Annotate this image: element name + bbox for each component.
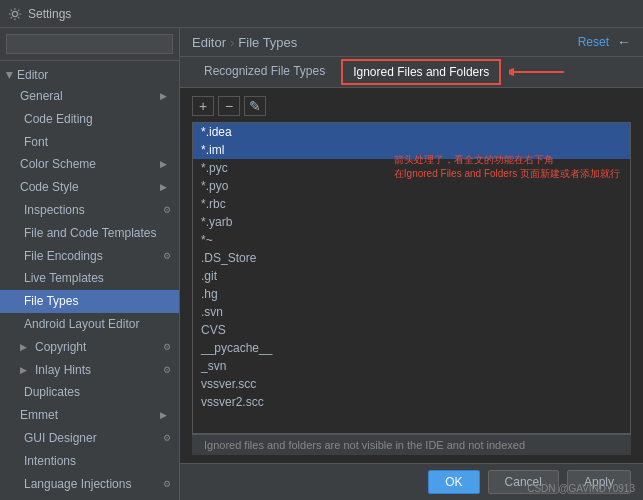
sidebar-item-gui-designer[interactable]: GUI Designer ⚙ <box>0 427 179 450</box>
colorscheme-arrow: ▶ <box>160 158 167 171</box>
svg-point-0 <box>12 11 17 16</box>
tabs-bar: Recognized File Types Ignored Files and … <box>180 57 643 88</box>
sidebar-item-natural-languages[interactable]: Natural Languages ▶ <box>0 495 179 500</box>
edit-button[interactable]: ✎ <box>244 96 266 116</box>
sidebar-item-label: Live Templates <box>24 270 104 287</box>
header-actions: Reset ← <box>578 34 631 50</box>
sidebar-item-copyright[interactable]: ▶ Copyright ⚙ <box>0 336 179 359</box>
sidebar-item-label: Inlay Hints <box>35 362 91 379</box>
title-bar: Settings <box>0 0 643 28</box>
ok-button[interactable]: OK <box>428 470 479 494</box>
back-button[interactable]: ← <box>617 34 631 50</box>
breadcrumb-separator: › <box>230 35 234 50</box>
list-toolbar: + − ✎ <box>192 96 631 116</box>
inspections-icon: ⚙ <box>163 204 171 217</box>
file-item[interactable]: *~ <box>193 231 630 249</box>
gui-icon: ⚙ <box>163 432 171 445</box>
sidebar: ▶ Editor General ▶ Code Editing Font Col… <box>0 28 180 500</box>
sidebar-item-font[interactable]: Font <box>0 131 179 154</box>
sidebar-item-label: Emmet <box>20 407 58 424</box>
sidebar-item-android-layout[interactable]: Android Layout Editor <box>0 313 179 336</box>
cancel-button[interactable]: Cancel <box>488 470 559 494</box>
status-bar: Ignored files and folders are not visibl… <box>192 434 631 455</box>
sidebar-item-intentions[interactable]: Intentions <box>0 450 179 473</box>
sidebar-item-color-scheme[interactable]: Color Scheme ▶ <box>0 153 179 176</box>
sidebar-item-label: Font <box>24 134 48 151</box>
langinjections-icon: ⚙ <box>163 478 171 491</box>
sidebar-item-general[interactable]: General ▶ <box>0 85 179 108</box>
sidebar-item-label: General <box>20 88 63 105</box>
sidebar-item-file-encodings[interactable]: File Encodings ⚙ <box>0 245 179 268</box>
search-box[interactable] <box>0 28 179 61</box>
sidebar-item-label: Duplicates <box>24 384 80 401</box>
inlayhints-arrow: ▶ <box>20 364 27 377</box>
inlayhints-icon: ⚙ <box>163 364 171 377</box>
breadcrumb: Editor › File Types <box>192 35 297 50</box>
encodings-icon: ⚙ <box>163 250 171 263</box>
copyright-icon: ⚙ <box>163 341 171 354</box>
status-text: Ignored files and folders are not visibl… <box>204 439 525 451</box>
sidebar-item-label: GUI Designer <box>24 430 97 447</box>
file-item[interactable]: .DS_Store <box>193 249 630 267</box>
general-arrow: ▶ <box>160 90 167 103</box>
sidebar-item-language-injections[interactable]: Language Injections ⚙ <box>0 473 179 496</box>
file-item[interactable]: _svn <box>193 357 630 375</box>
content-header: Editor › File Types Reset ← <box>180 28 643 57</box>
editor-arrow: ▶ <box>5 72 15 79</box>
tab-recognized[interactable]: Recognized File Types <box>192 58 337 86</box>
sidebar-item-file-types[interactable]: File Types <box>0 290 179 313</box>
sidebar-item-code-editing[interactable]: Code Editing <box>0 108 179 131</box>
sidebar-items: ▶ Editor General ▶ Code Editing Font Col… <box>0 61 179 500</box>
file-item[interactable]: .git <box>193 267 630 285</box>
sidebar-item-label: Color Scheme <box>20 156 96 173</box>
remove-button[interactable]: − <box>218 96 240 116</box>
sidebar-item-label: Android Layout Editor <box>24 316 139 333</box>
apply-button[interactable]: Apply <box>567 470 631 494</box>
sidebar-item-inspections[interactable]: Inspections ⚙ <box>0 199 179 222</box>
file-item[interactable]: vssver.scc <box>193 375 630 393</box>
sidebar-group-label: Editor <box>17 68 48 82</box>
search-input[interactable] <box>6 34 173 54</box>
file-item[interactable]: CVS <box>193 321 630 339</box>
file-item[interactable]: __pycache__ <box>193 339 630 357</box>
sidebar-item-label: Inspections <box>24 202 85 219</box>
file-list-container[interactable]: *.idea *.iml *.pyc *.pyo *.rbc *.yarb *~… <box>192 122 631 434</box>
file-item[interactable]: *.rbc <box>193 195 630 213</box>
sidebar-group-editor[interactable]: ▶ Editor <box>0 65 179 85</box>
tab-ignored[interactable]: Ignored Files and Folders <box>341 59 501 85</box>
add-button[interactable]: + <box>192 96 214 116</box>
emmet-arrow: ▶ <box>160 409 167 422</box>
reset-button[interactable]: Reset <box>578 35 609 49</box>
red-arrow-svg <box>509 57 569 87</box>
file-item[interactable]: *.idea <box>193 123 630 141</box>
sidebar-item-duplicates[interactable]: Duplicates <box>0 381 179 404</box>
sidebar-item-inlay-hints[interactable]: ▶ Inlay Hints ⚙ <box>0 359 179 382</box>
file-item[interactable]: .hg <box>193 285 630 303</box>
sidebar-item-code-style[interactable]: Code Style ▶ <box>0 176 179 199</box>
sidebar-item-label: Code Style <box>20 179 79 196</box>
codestyle-arrow: ▶ <box>160 181 167 194</box>
file-item[interactable]: *.pyo <box>193 177 630 195</box>
sidebar-item-label: Language Injections <box>24 476 131 493</box>
sidebar-item-label: File Types <box>24 293 78 310</box>
sidebar-item-label: Code Editing <box>24 111 93 128</box>
file-item[interactable]: vssver2.scc <box>193 393 630 411</box>
sidebar-item-emmet[interactable]: Emmet ▶ <box>0 404 179 427</box>
settings-icon <box>8 7 22 21</box>
content-area: Editor › File Types Reset ← Recognized F… <box>180 28 643 500</box>
file-item[interactable]: .svn <box>193 303 630 321</box>
sidebar-item-file-code-templates[interactable]: File and Code Templates <box>0 222 179 245</box>
copyright-arrow: ▶ <box>20 341 27 354</box>
breadcrumb-current: File Types <box>238 35 297 50</box>
sidebar-item-label: Intentions <box>24 453 76 470</box>
file-item[interactable]: *.iml <box>193 141 630 159</box>
file-list-area: + − ✎ *.idea *.iml *.pyc *.pyo *.rbc *.y… <box>180 88 643 463</box>
file-item[interactable]: *.pyc <box>193 159 630 177</box>
sidebar-item-label: Copyright <box>35 339 86 356</box>
breadcrumb-root: Editor <box>192 35 226 50</box>
bottom-buttons: OK Cancel Apply <box>180 463 643 500</box>
window-title: Settings <box>28 7 71 21</box>
sidebar-item-live-templates[interactable]: Live Templates <box>0 267 179 290</box>
file-item[interactable]: *.yarb <box>193 213 630 231</box>
sidebar-item-label: File and Code Templates <box>24 225 157 242</box>
